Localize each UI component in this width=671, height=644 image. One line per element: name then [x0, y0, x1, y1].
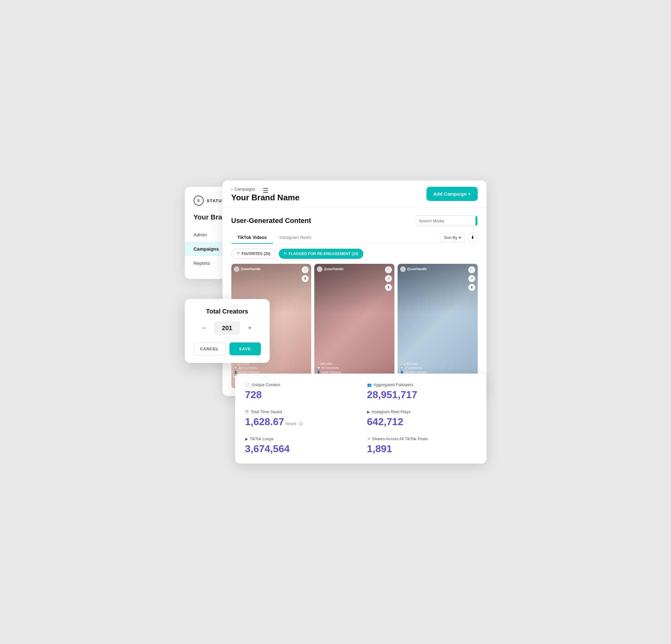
- favorites-chip[interactable]: ♡ FAVORITES (20): [231, 249, 276, 259]
- clock-icon: ⏱: [245, 410, 249, 414]
- logo-icon: S: [194, 196, 204, 206]
- dialog-title: Total Creators: [194, 308, 261, 315]
- main-header: ‹ Campaigns Your Brand Name Add Campaign…: [223, 181, 486, 208]
- document-icon: 📄: [245, 383, 250, 387]
- stat-shares-tiktok: ↗ Shares Across All TikTok Posts 1,891: [367, 436, 477, 455]
- stat-label: 📄 Unique Content: [245, 382, 355, 387]
- hamburger-icon[interactable]: ☰: [263, 187, 268, 194]
- share-icon: ↗: [367, 437, 370, 441]
- scene: S STATUSPHERE Your Brand Admin › Campaig…: [185, 181, 486, 463]
- stat-label: ▶ TikTok Loops: [245, 436, 355, 441]
- counter-row: − 201 +: [194, 321, 261, 335]
- creators-dialog: Total Creators − 201 + CANCEL SAVE: [185, 299, 270, 363]
- stat-value: 728: [245, 389, 355, 400]
- stat-instagram-reel-plays: ▶ Instagram Reel Plays 642,712: [367, 409, 477, 428]
- increment-button[interactable]: +: [245, 323, 255, 333]
- stat-aggregated-followers: 👥 Aggregated Followers 28,951,717: [367, 382, 477, 400]
- filter-chips: ♡ FAVORITES (20) ↻ FLAGGED FOR RE-ENGAGE…: [231, 249, 478, 259]
- sort-area: Sort By ▾ ⬇: [440, 232, 478, 243]
- avatar: [400, 267, 406, 272]
- video-card[interactable]: @userhandle ♡ ↗ ⬇ ♡ 1,392 Likes 💬 17 Com…: [397, 264, 478, 388]
- tabs-row: TikTok Videos Instagram Reels Sort By ▾ …: [231, 232, 478, 244]
- download-button[interactable]: ⬇: [468, 232, 478, 243]
- avatar: [317, 267, 322, 272]
- stat-value: 3,674,564: [245, 443, 355, 455]
- info-icon: ⓘ: [299, 421, 303, 427]
- flagged-chip[interactable]: ↻ FLAGGED FOR RE-ENGAGEMENT (24): [279, 249, 363, 259]
- counter-value: 201: [214, 321, 240, 335]
- ugc-title: User-Generated Content: [231, 216, 311, 225]
- download-action-icon[interactable]: ⬇: [468, 284, 475, 291]
- stat-value: 1,628.67 hours ⓘ: [245, 416, 355, 428]
- stat-value: 1,891: [367, 443, 477, 455]
- download-action-icon[interactable]: ⬇: [385, 284, 392, 291]
- video-user: @userhandle: [400, 267, 427, 272]
- stat-label: ↗ Shares Across All TikTok Posts: [367, 436, 477, 441]
- stat-label: ▶ Instagram Reel Plays: [367, 409, 477, 414]
- decrement-button[interactable]: −: [199, 323, 209, 333]
- avatar: [234, 267, 240, 272]
- chevron-down-icon: ▾: [459, 235, 461, 240]
- video-user: @userhandle: [234, 267, 261, 272]
- stat-total-time-saved: ⏱ Total Time Saved 1,628.67 hours ⓘ: [245, 409, 355, 428]
- video-actions: ♡ ⬇: [302, 267, 309, 282]
- people-icon: 👥: [367, 383, 372, 387]
- video-actions: ♡ ↗ ⬇: [468, 267, 475, 291]
- save-button[interactable]: SAVE: [229, 343, 261, 355]
- share-action-icon[interactable]: ↗: [385, 275, 392, 282]
- video-user: @userhandle: [317, 267, 343, 272]
- ugc-header: User-Generated Content 🔍: [231, 215, 478, 226]
- heart-action-icon[interactable]: ♡: [468, 267, 475, 273]
- heart-action-icon[interactable]: ♡: [385, 267, 392, 273]
- cancel-button[interactable]: CANCEL: [194, 343, 226, 355]
- play-icon: ▶: [367, 410, 370, 414]
- sort-button[interactable]: Sort By ▾: [440, 233, 465, 242]
- back-arrow-icon: ‹: [231, 187, 232, 191]
- share-action-icon[interactable]: ↗: [468, 275, 475, 282]
- stat-value: 28,951,717: [367, 389, 477, 400]
- search-box: 🔍: [415, 215, 478, 226]
- play-icon: ▶: [245, 437, 248, 441]
- refresh-icon: ↻: [284, 251, 287, 256]
- tab-instagram[interactable]: Instagram Reels: [273, 232, 318, 244]
- heart-action-icon[interactable]: ♡: [302, 267, 309, 273]
- stats-grid: 📄 Unique Content 728 👥 Aggregated Follow…: [245, 382, 477, 455]
- main-panel: ☰ ‹ Campaigns Your Brand Name Add Campai…: [223, 181, 486, 396]
- stat-label: ⏱ Total Time Saved: [245, 409, 355, 414]
- download-action-icon[interactable]: ⬇: [302, 275, 309, 282]
- stat-value: 642,712: [367, 416, 477, 428]
- video-actions: ♡ ↗ ⬇: [385, 267, 392, 291]
- search-input[interactable]: [415, 216, 476, 226]
- stat-label: 👥 Aggregated Followers: [367, 382, 477, 387]
- tabs: TikTok Videos Instagram Reels: [231, 232, 318, 244]
- tab-tiktok[interactable]: TikTok Videos: [231, 232, 273, 244]
- heart-icon: ♡: [237, 251, 240, 256]
- stat-tiktok-loops: ▶ TikTok Loops 3,674,564: [245, 436, 355, 455]
- dialog-actions: CANCEL SAVE: [194, 343, 261, 355]
- stats-card: 📄 Unique Content 728 👥 Aggregated Follow…: [235, 374, 486, 463]
- stat-unique-content: 📄 Unique Content 728: [245, 382, 355, 400]
- add-campaign-button[interactable]: Add Campaign +: [427, 187, 478, 201]
- search-button[interactable]: 🔍: [476, 216, 478, 226]
- stat-suffix: hours: [286, 421, 296, 426]
- video-card[interactable]: @userhandle ♡ ↗ ⬇ ♡ 300 Likes 💬 95 Comme…: [314, 264, 394, 388]
